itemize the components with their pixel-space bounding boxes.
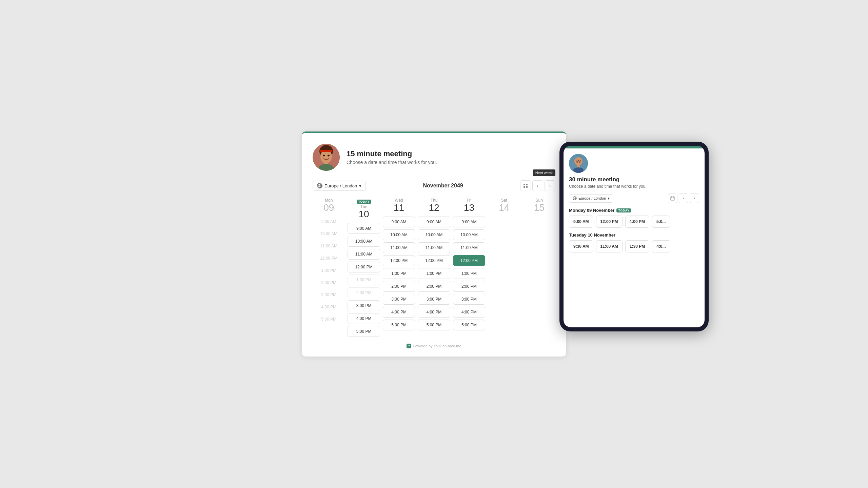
mobile-avatar: [569, 154, 588, 173]
time-slot-thu-6[interactable]: 3:00 PM: [418, 294, 450, 305]
time-slot-wed-6[interactable]: 3:00 PM: [383, 294, 415, 305]
time-slot-wed-8[interactable]: 5:00 PM: [383, 320, 415, 330]
today-badge: TODAY: [357, 200, 371, 204]
timezone-selector[interactable]: Europe / London ▾: [313, 181, 366, 191]
time-slot-mon-1: 10:00 AM: [313, 229, 345, 239]
mobile-header-bar: [564, 146, 705, 148]
day-column-thu: Thu129:00 AM10:00 AM11:00 AM12:00 PM1:00…: [418, 198, 450, 337]
time-slot-mon-2: 11:00 AM: [313, 241, 345, 251]
time-slot-thu-7[interactable]: 4:00 PM: [418, 307, 450, 318]
day-header-tue: TODAYTue10: [348, 198, 380, 221]
mobile-day-label-monday: Monday 09 November TODAY: [569, 208, 699, 213]
next-week-button[interactable]: › Next week: [545, 180, 555, 191]
time-slot-thu-0[interactable]: 9:00 AM: [418, 217, 450, 227]
day-number-thu: 12: [418, 203, 450, 213]
time-slot-tue-2[interactable]: 11:00 AM: [348, 249, 380, 260]
time-slot-fri-5[interactable]: 2:00 PM: [453, 281, 485, 292]
mobile-day-section-monday: Monday 09 November TODAY 9:00 AM12:00 PM…: [569, 208, 699, 228]
time-slot-tue-0[interactable]: 9:00 AM: [348, 223, 380, 234]
mobile-calendar-button[interactable]: [668, 194, 677, 203]
svg-rect-12: [526, 184, 528, 185]
day-column-fri: Fri139:00 AM10:00 AM11:00 AM12:00 PM1:00…: [453, 198, 485, 337]
svg-rect-11: [524, 184, 525, 185]
time-slot-mon-8: 5:00 PM: [313, 314, 345, 324]
day-number-sun: 15: [523, 203, 555, 213]
time-slot-wed-1[interactable]: 10:00 AM: [383, 229, 415, 240]
day-header-wed: Wed11: [383, 198, 415, 215]
svg-rect-13: [524, 186, 525, 188]
time-slot-wed-2[interactable]: 11:00 AM: [383, 242, 415, 253]
day-name-fri: Fri: [453, 198, 485, 203]
day-header-fri: Fri13: [453, 198, 485, 215]
time-slot-fri-4[interactable]: 1:00 PM: [453, 268, 485, 279]
day-header-mon: Mon09: [313, 198, 345, 215]
time-slot-fri-6[interactable]: 3:00 PM: [453, 294, 485, 305]
next-week-tooltip: Next week: [533, 169, 555, 176]
mobile-time-slot[interactable]: 4:00 PM: [625, 216, 649, 228]
day-name-tue: Tue: [348, 204, 380, 209]
mobile-time-slot[interactable]: 9:30 AM: [569, 240, 593, 252]
mobile-timezone-selector[interactable]: Europe / London ▾: [569, 194, 613, 203]
mobile-prev-button[interactable]: ‹: [679, 194, 688, 203]
time-slot-wed-7[interactable]: 4:00 PM: [383, 307, 415, 318]
day-number-mon: 09: [313, 203, 345, 213]
mobile-day-section-tuesday: Tuesday 10 November 9:30 AM11:00 AM1:30 …: [569, 232, 699, 252]
time-slot-fri-2[interactable]: 11:00 AM: [453, 242, 485, 253]
time-slot-wed-0[interactable]: 9:00 AM: [383, 217, 415, 227]
time-slot-tue-3[interactable]: 12:00 PM: [348, 262, 380, 272]
day-name-mon: Mon: [313, 198, 345, 203]
mobile-time-slot[interactable]: 12:00 PM: [596, 216, 623, 228]
time-slot-fri-3[interactable]: 12:00 PM: [453, 255, 485, 266]
svg-point-23: [573, 167, 584, 173]
powered-by-text: Powered by YouCanBook.me: [413, 344, 461, 348]
time-slot-tue-6[interactable]: 3:00 PM: [348, 300, 380, 311]
mobile-screen: 30 minute meeting Choose a date and time…: [564, 146, 705, 327]
day-number-tue: 10: [348, 209, 380, 220]
time-slot-thu-3[interactable]: 12:00 PM: [418, 255, 450, 266]
mobile-nav-area: ‹ ›: [668, 194, 699, 203]
time-slot-fri-7[interactable]: 4:00 PM: [453, 307, 485, 318]
day-header-sat: Sat14: [488, 198, 520, 215]
svg-point-5: [328, 155, 330, 157]
time-slot-mon-5: 2:00 PM: [313, 278, 345, 288]
day-column-sat: Sat14: [488, 198, 520, 337]
calendar-grid: Mon099:00 AM10:00 AM11:00 AM12:00 PM1:00…: [313, 198, 555, 337]
meeting-subtitle: Choose a date and time that works for yo…: [347, 160, 437, 165]
day-number-wed: 11: [383, 203, 415, 213]
time-slot-fri-0[interactable]: 9:00 AM: [453, 217, 485, 227]
mobile-time-slot[interactable]: 9:00 AM: [569, 216, 593, 228]
time-slot-mon-7: 4:00 PM: [313, 302, 345, 312]
mobile-meeting-title: 30 minute meeting: [569, 176, 699, 183]
nav-controls: ‹ › Next week: [520, 180, 555, 191]
time-slot-thu-4[interactable]: 1:00 PM: [418, 268, 450, 279]
mobile-time-slot[interactable]: 4:0...: [652, 240, 670, 252]
time-slot-thu-1[interactable]: 10:00 AM: [418, 229, 450, 240]
time-slot-wed-5[interactable]: 2:00 PM: [383, 281, 415, 292]
mobile-next-button[interactable]: ›: [690, 194, 699, 203]
svg-point-4: [323, 155, 325, 157]
time-slot-wed-4[interactable]: 1:00 PM: [383, 268, 415, 279]
mobile-time-slot[interactable]: 5:0...: [652, 216, 670, 228]
time-slot-wed-3[interactable]: 12:00 PM: [383, 255, 415, 266]
day-column-wed: Wed119:00 AM10:00 AM11:00 AM12:00 PM1:00…: [383, 198, 415, 337]
timezone-label: Europe / London: [324, 183, 357, 188]
time-slot-tue-5: 2:00 PM: [348, 287, 380, 298]
time-slot-tue-8[interactable]: 5:00 PM: [348, 326, 380, 337]
time-slot-tue-7[interactable]: 4:00 PM: [348, 313, 380, 324]
grid-view-button[interactable]: [520, 180, 531, 191]
mobile-meeting-subtitle: Choose a date and time that works for yo…: [569, 184, 699, 189]
time-slot-thu-5[interactable]: 2:00 PM: [418, 281, 450, 292]
mobile-day-label-tuesday: Tuesday 10 November: [569, 232, 699, 238]
mobile-today-badge: TODAY: [616, 208, 631, 212]
time-slot-thu-2[interactable]: 11:00 AM: [418, 242, 450, 253]
time-slot-tue-1[interactable]: 10:00 AM: [348, 236, 380, 247]
mobile-content: 30 minute meeting Choose a date and time…: [564, 148, 705, 327]
mobile-time-slot[interactable]: 11:00 AM: [596, 240, 623, 252]
avatar-image: [313, 144, 340, 171]
prev-week-button[interactable]: ‹: [532, 180, 543, 191]
time-slot-thu-8[interactable]: 5:00 PM: [418, 320, 450, 330]
time-slot-fri-1[interactable]: 10:00 AM: [453, 229, 485, 240]
time-slot-fri-8[interactable]: 5:00 PM: [453, 320, 485, 330]
mobile-device: 30 minute meeting Choose a date and time…: [559, 142, 709, 331]
mobile-time-slot[interactable]: 1:30 PM: [625, 240, 649, 252]
